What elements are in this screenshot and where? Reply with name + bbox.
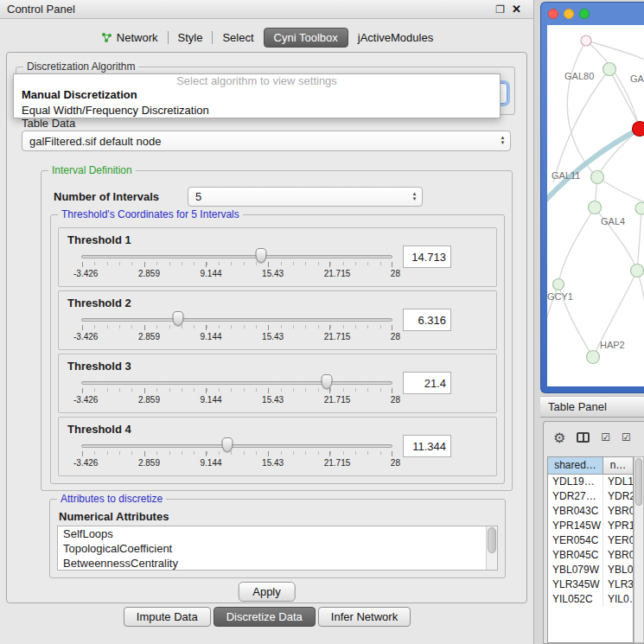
table-scrollbar[interactable] [634, 456, 644, 643]
table-row[interactable]: YBR043CYBR0… [548, 504, 633, 519]
column-header-name[interactable]: n… [603, 457, 633, 474]
threshold-1-slider[interactable]: -3.4262.8599.14415.4321.71528 [81, 247, 392, 285]
node-label-gal80: GAL80 [564, 71, 594, 81]
threshold-3-panel: Threshold 3 -3.4262.8599.14415.4321.7152… [58, 354, 497, 413]
network-tab-icon [101, 32, 112, 43]
window-title: Control Panel [7, 3, 75, 16]
tab-jactivemodules[interactable]: jActiveModules [348, 28, 443, 48]
table-row[interactable]: YIL052CYIL0… [548, 592, 633, 607]
list-item-betweennesscentrality[interactable]: BetweennessCentrality [58, 556, 497, 571]
threshold-1-panel: Threshold 1 -3.4262.8599.14415.4321.7152… [58, 227, 497, 287]
thresholds-group-title: Threshold's Coordinates for 5 Intervals [58, 208, 243, 220]
cyni-toolbox-panel: Discretization Algorithm ▲ ▼ Select algo… [6, 52, 527, 603]
network-canvas[interactable]: GAL80 GA GAL11 GAL4 GCY1 HAP2 [547, 25, 644, 386]
tab-label-network: Network [117, 31, 158, 44]
table-row[interactable]: YDL19…YDL1… [548, 475, 633, 489]
threshold-2-label: Threshold 2 [67, 296, 131, 309]
threshold-3-label: Threshold 3 [67, 360, 131, 373]
table-row[interactable]: YPR145WYPR1… [548, 519, 633, 533]
list-scrollbar-thumb[interactable] [488, 527, 496, 553]
table-row[interactable]: YDR27…YDR2… [548, 489, 633, 504]
table-row[interactable]: YLR345WYLR3… [548, 577, 633, 592]
table-header-row: shared… n… [548, 457, 633, 475]
list-item-selfloops[interactable]: SelfLoops [58, 526, 497, 541]
threshold-3-value-field[interactable]: 21.4 [403, 372, 451, 394]
column-header-shared-name[interactable]: shared… [548, 457, 603, 474]
numerical-attributes-list[interactable]: SelfLoops TopologicalCoefficient Between… [57, 526, 498, 571]
threshold-4-value-field[interactable]: 11.344 [403, 435, 451, 457]
window-traffic-lights [548, 9, 590, 19]
tab-style[interactable]: Style [169, 28, 213, 48]
threshold-4-label: Threshold 4 [67, 423, 131, 436]
table-data-combobox[interactable]: galFiltered.sif default node ▲ ▼ [22, 131, 511, 151]
attributes-group-title: Attributes to discretize [57, 493, 166, 505]
popup-placeholder-item: Select algorithm to view settings [14, 74, 500, 87]
tab-discretize-data[interactable]: Discretize Data [214, 607, 316, 627]
columns-icon[interactable] [577, 432, 590, 443]
slider-thumb[interactable] [172, 311, 183, 326]
tab-select[interactable]: Select [213, 28, 263, 48]
slider-tick-labels: -3.4262.8599.14415.4321.71528 [73, 332, 400, 341]
node-label-gcy1: GCY1 [547, 291, 573, 302]
threshold-2-value-field[interactable]: 6.316 [403, 309, 451, 331]
table-panel-titlebar[interactable]: Table Panel [540, 396, 644, 418]
slider-track[interactable] [81, 444, 392, 448]
network-view-window: GAL80 GA GAL11 GAL4 GCY1 HAP2 [540, 2, 644, 393]
table-panel-title: Table Panel [548, 400, 607, 413]
close-traffic-light-icon[interactable] [548, 9, 558, 19]
tab-label-style: Style [178, 31, 203, 44]
slider-track[interactable] [81, 318, 392, 322]
list-scrollbar[interactable] [486, 526, 497, 570]
close-window-icon[interactable]: ✕ [512, 3, 521, 16]
slider-thumb[interactable] [255, 248, 266, 263]
node-label-clipped: GA [630, 73, 644, 84]
slider-track[interactable] [81, 255, 392, 258]
zoom-traffic-light-icon[interactable] [579, 9, 590, 19]
tab-cyni-toolbox[interactable]: Cyni Toolbox [264, 28, 348, 48]
popup-option-manual-discretization[interactable]: Manual Discretization [14, 87, 500, 102]
thresholds-group: Threshold's Coordinates for 5 Intervals … [50, 214, 505, 484]
slider-tick-labels: -3.4262.8599.14415.4321.71528 [73, 395, 400, 405]
slider-thumb[interactable] [322, 374, 333, 389]
number-of-intervals-combobox[interactable]: 5 ▲ ▼ [188, 187, 423, 207]
settings-gear-icon[interactable]: ⚙ [553, 430, 565, 446]
minimize-traffic-light-icon[interactable] [564, 9, 574, 19]
threshold-2-slider[interactable]: -3.4262.8599.14415.4321.71528 [81, 310, 392, 348]
tab-impute-data[interactable]: Impute Data [124, 607, 211, 627]
slider-major-ticks [82, 262, 392, 267]
numerical-attributes-label: Numerical Attributes [59, 510, 169, 523]
tab-network[interactable]: Network [92, 28, 168, 48]
table-row[interactable]: YBL079WYBL0… [548, 563, 633, 577]
combobox-arrows-icon: ▲ ▼ [495, 136, 510, 146]
float-window-icon[interactable]: ❐ [495, 3, 505, 16]
table-toolbar: ⚙ ☑ ☑ [544, 422, 644, 453]
titlebar-icons: ❐ ✕ [495, 3, 521, 16]
tab-infer-network[interactable]: Infer Network [318, 607, 411, 627]
table-row[interactable]: YER054CYER0… [548, 533, 633, 548]
threshold-1-value-field[interactable]: 14.713 [403, 245, 451, 268]
slider-track[interactable] [81, 381, 392, 385]
slider-major-ticks [82, 451, 392, 456]
slider-major-ticks [82, 325, 392, 330]
apply-button[interactable]: Apply [238, 582, 296, 602]
tab-label-jactivemodules: jActiveModules [358, 31, 433, 44]
list-item-topologicalcoefficient[interactable]: TopologicalCoefficient [58, 541, 497, 556]
slider-tick-labels: -3.4262.8599.14415.4321.71528 [73, 458, 400, 468]
slider-tick-labels: -3.4262.8599.14415.4321.71528 [73, 269, 400, 278]
tab-label-select: Select [222, 31, 253, 44]
table-row[interactable]: YBR045CYBR0… [548, 548, 633, 563]
interval-group-title: Interval Definition [48, 164, 136, 176]
cyni-bottom-tabs: Impute Data Discretize Data Infer Networ… [0, 607, 534, 627]
threshold-2-panel: Threshold 2 -3.4262.8599.14415.4321.7152… [58, 290, 497, 350]
select-check-icon-2[interactable]: ☑ [622, 431, 631, 443]
node-label-hap2: HAP2 [600, 340, 625, 350]
threshold-4-panel: Threshold 4 -3.4262.8599.14415.4321.7152… [58, 417, 497, 476]
control-panel-window: Control Panel ❐ ✕ Network Style Select C… [0, 0, 534, 644]
threshold-3-slider[interactable]: -3.4262.8599.14415.4321.71528 [81, 373, 392, 411]
select-check-icon[interactable]: ☑ [601, 431, 610, 443]
slider-thumb[interactable] [222, 437, 233, 452]
popup-option-equal-width-frequency[interactable]: Equal Width/Frequency Discretization [14, 103, 500, 118]
threshold-4-slider[interactable]: -3.4262.8599.14415.4321.71528 [81, 437, 392, 475]
table-scrollbar-thumb[interactable] [635, 458, 642, 506]
number-of-intervals-value: 5 [188, 190, 407, 203]
